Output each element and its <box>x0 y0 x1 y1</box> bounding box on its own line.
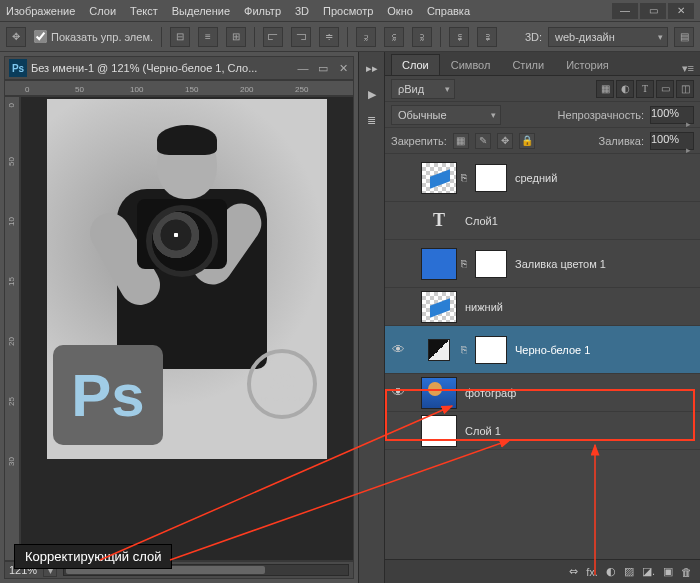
distribute-icon[interactable]: ⫈ <box>356 27 376 47</box>
new-layer-icon[interactable]: ▣ <box>663 565 673 578</box>
tab-character[interactable]: Символ <box>440 54 502 75</box>
align-icon[interactable]: ⊞ <box>226 27 246 47</box>
layer-row-selected[interactable]: 👁 ⎘ Черно-белое 1 <box>385 326 700 374</box>
layer-thumb[interactable] <box>421 162 457 194</box>
tab-styles[interactable]: Стили <box>501 54 555 75</box>
canvas[interactable]: Ps 90видеоуроков <box>20 96 354 561</box>
layer-name[interactable]: Слой 1 <box>465 425 501 437</box>
layer-thumb[interactable] <box>421 291 457 323</box>
trash-icon[interactable]: 🗑 <box>681 566 692 578</box>
filter-adjust-icon[interactable]: ◐ <box>616 80 634 98</box>
layer-name[interactable]: Заливка цветом 1 <box>515 258 606 270</box>
visibility-icon[interactable]: 👁 <box>385 385 411 400</box>
link-icon[interactable]: ⎘ <box>457 172 471 183</box>
play-icon[interactable]: ▶ <box>362 84 382 104</box>
adjustment-icon[interactable]: ▨ <box>624 565 634 578</box>
visibility-icon[interactable]: 👁 <box>385 342 411 357</box>
layers-panel: Слои Символ Стили История ▾≡ ρ Вид ▦ ◐ T… <box>385 52 700 583</box>
doc-maximize-button[interactable]: ▭ <box>313 62 333 75</box>
history-icon[interactable]: ≣ <box>362 110 382 130</box>
menu-item[interactable]: Просмотр <box>323 5 373 17</box>
layer-thumb[interactable] <box>421 248 457 280</box>
opacity-input[interactable]: 100% <box>650 106 694 124</box>
lock-pixels-icon[interactable]: ✎ <box>475 133 491 149</box>
layer-row[interactable]: ⎘ средний <box>385 154 700 202</box>
distribute-icon[interactable]: ⫊ <box>412 27 432 47</box>
expand-icon[interactable]: ▸▸ <box>362 58 382 78</box>
move-tool-icon[interactable]: ✥ <box>6 27 26 47</box>
layer-name[interactable]: Слой1 <box>465 215 498 227</box>
layer-row[interactable]: ⎘ Заливка цветом 1 <box>385 240 700 288</box>
menu-item[interactable]: Изображение <box>6 5 75 17</box>
panel-menu-icon[interactable]: ▾≡ <box>682 62 694 75</box>
filter-kind-combo[interactable]: ρ Вид <box>391 79 455 99</box>
align-icon[interactable]: ⫍ <box>263 27 283 47</box>
distribute-icon[interactable]: ⫉ <box>384 27 404 47</box>
mask-icon[interactable]: ◐ <box>606 565 616 578</box>
link-icon[interactable]: ⎘ <box>457 258 471 269</box>
doc-close-button[interactable]: ✕ <box>333 62 353 75</box>
align-icon[interactable]: ⊟ <box>170 27 190 47</box>
tab-history[interactable]: История <box>555 54 620 75</box>
layer-row[interactable]: Слой 1 <box>385 412 700 450</box>
workspace-options-icon[interactable]: ▤ <box>674 27 694 47</box>
layer-row[interactable]: 👁 фотограф <box>385 374 700 412</box>
opacity-label: Непрозрачность: <box>558 109 644 121</box>
layer-row[interactable]: нижний <box>385 288 700 326</box>
blend-mode-combo[interactable]: Обычные <box>391 105 501 125</box>
layer-thumb[interactable] <box>421 377 457 409</box>
link-layers-icon[interactable]: ⇔ <box>569 565 578 578</box>
tab-layers[interactable]: Слои <box>391 54 440 75</box>
minimize-button[interactable]: ― <box>612 3 638 19</box>
doc-minimize-button[interactable]: ― <box>293 62 313 74</box>
layer-name[interactable]: нижний <box>465 301 503 313</box>
show-controls-checkbox[interactable]: Показать упр. элем. <box>34 30 153 43</box>
align-icon[interactable]: ⫎ <box>291 27 311 47</box>
lock-transparent-icon[interactable]: ▦ <box>453 133 469 149</box>
fill-label: Заливка: <box>599 135 644 147</box>
menu-item[interactable]: 3D <box>295 5 309 17</box>
menu-item[interactable]: Окно <box>387 5 413 17</box>
group-icon[interactable]: ◪. <box>642 565 655 578</box>
filter-text-icon[interactable]: T <box>636 80 654 98</box>
layer-mask-thumb[interactable] <box>475 164 507 192</box>
menu-item[interactable]: Фильтр <box>244 5 281 17</box>
close-button[interactable]: ✕ <box>668 3 694 19</box>
layer-mask-thumb[interactable] <box>475 250 507 278</box>
lock-position-icon[interactable]: ✥ <box>497 133 513 149</box>
photo-content: Ps 90видеоуроков <box>47 99 327 459</box>
show-controls-input[interactable] <box>34 30 47 43</box>
lock-all-icon[interactable]: 🔒 <box>519 133 535 149</box>
panel-tabs: Слои Символ Стили История ▾≡ <box>385 52 700 76</box>
align-icon[interactable]: ≡ <box>198 27 218 47</box>
ruler-horizontal[interactable]: 0 50 100 150 200 250 <box>4 80 354 96</box>
layer-row[interactable]: T Слой1 <box>385 202 700 240</box>
menu-item[interactable]: Выделение <box>172 5 230 17</box>
filter-pixel-icon[interactable]: ▦ <box>596 80 614 98</box>
link-icon[interactable]: ⎘ <box>457 344 471 355</box>
ruler-label: 250 <box>295 85 308 94</box>
separator <box>161 27 162 47</box>
fill-input[interactable]: 100% <box>650 132 694 150</box>
menu-item[interactable]: Слои <box>89 5 116 17</box>
layer-name[interactable]: средний <box>515 172 557 184</box>
show-controls-label: Показать упр. элем. <box>51 31 153 43</box>
adjustment-layer-icon[interactable] <box>421 334 457 366</box>
fx-icon[interactable]: fx. <box>586 566 598 578</box>
ruler-vertical[interactable]: 0 50 10 15 20 25 30 <box>4 96 20 561</box>
document-title[interactable]: Без имени-1 @ 121% (Черно-белое 1, Сло..… <box>31 62 293 74</box>
layer-thumb[interactable] <box>421 415 457 447</box>
ruler-label: 20 <box>7 337 16 346</box>
menu-item[interactable]: Справка <box>427 5 470 17</box>
filter-smart-icon[interactable]: ◫ <box>676 80 694 98</box>
distribute-icon[interactable]: ⫌ <box>477 27 497 47</box>
filter-shape-icon[interactable]: ▭ <box>656 80 674 98</box>
align-icon[interactable]: ≑ <box>319 27 339 47</box>
menu-item[interactable]: Текст <box>130 5 158 17</box>
distribute-icon[interactable]: ⫋ <box>449 27 469 47</box>
workspace-combo[interactable]: web-дизайн <box>548 27 668 47</box>
layer-mask-thumb[interactable] <box>475 336 507 364</box>
layer-name[interactable]: фотограф <box>465 387 516 399</box>
layer-name[interactable]: Черно-белое 1 <box>515 344 590 356</box>
maximize-button[interactable]: ▭ <box>640 3 666 19</box>
